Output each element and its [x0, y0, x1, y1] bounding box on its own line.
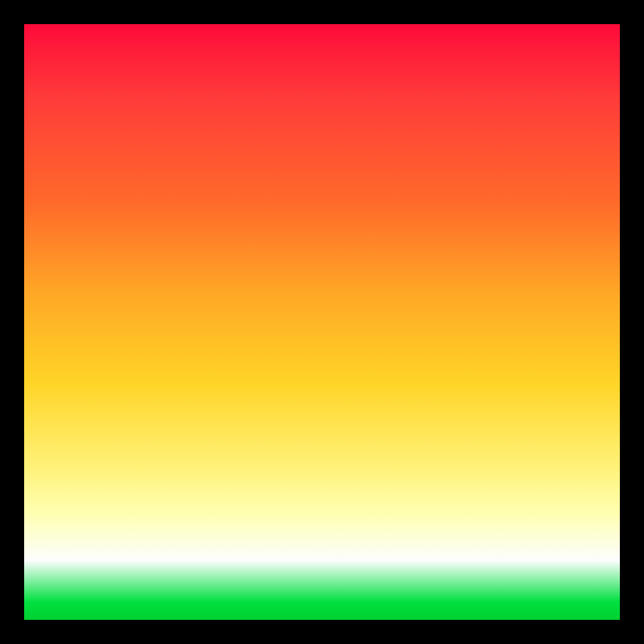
- chart-plot-area: [24, 24, 620, 620]
- chart-frame: [0, 0, 644, 644]
- chart-svg: [24, 24, 620, 620]
